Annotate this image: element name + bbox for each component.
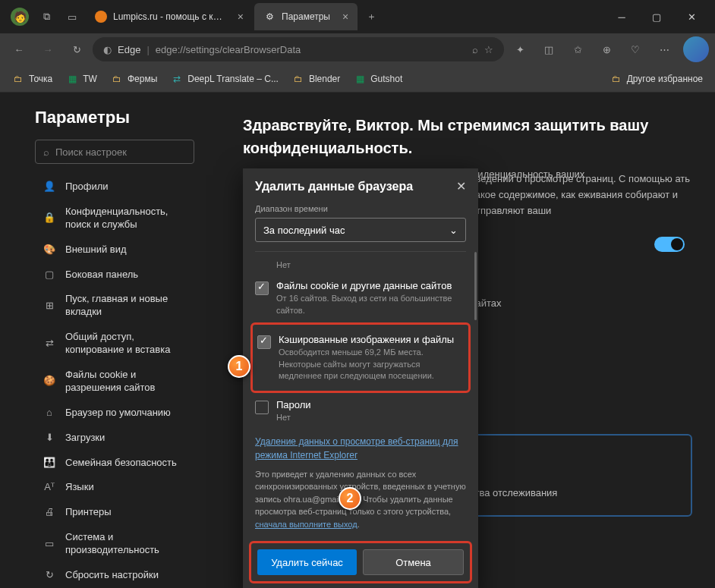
gear-icon: ⚙: [263, 11, 276, 23]
search-icon[interactable]: ⌕: [472, 44, 478, 55]
menu-icon[interactable]: ⋯: [651, 36, 677, 62]
time-range-label: Диапазон времени: [255, 204, 466, 213]
favorite-icon[interactable]: ☆: [484, 44, 493, 55]
nav-icon: 🍪: [43, 375, 56, 388]
sheet-icon: ▦: [66, 73, 78, 85]
option-history[interactable]: Нет: [255, 251, 466, 275]
chevron-down-icon: ⌄: [449, 225, 458, 236]
search-placeholder: Поиск настроек: [55, 146, 127, 158]
marker-2: 2: [339, 487, 361, 510]
checkbox[interactable]: [255, 401, 269, 414]
nav-icon: 👪: [43, 457, 56, 470]
folder-icon: 🗀: [111, 73, 123, 85]
folder-icon: 🗀: [610, 73, 622, 85]
close-icon[interactable]: ×: [238, 11, 244, 23]
copilot-button[interactable]: [683, 36, 709, 62]
sidebar-item[interactable]: ⌂Браузер по умолчанию: [35, 401, 194, 426]
nav-icon: ▢: [43, 269, 56, 281]
new-tab-button[interactable]: ＋: [358, 4, 384, 30]
nav-icon: Аᵀ: [43, 481, 56, 494]
bookmark-item[interactable]: 🗀Фермы: [105, 70, 163, 88]
deepl-icon: ⇄: [171, 73, 183, 85]
search-input[interactable]: ⌕ Поиск настроек: [35, 140, 194, 164]
close-icon[interactable]: ×: [342, 11, 348, 23]
sidebar-item[interactable]: ▭Система и производительность: [35, 525, 194, 563]
bookmark-item[interactable]: ⇄DeepL Translate – С...: [165, 70, 285, 88]
split-icon[interactable]: ◫: [536, 36, 562, 62]
option-cookies[interactable]: Файлы cookie и другие данные сайтовОт 16…: [255, 275, 466, 321]
marker-1: 1: [228, 355, 250, 378]
vertical-tabs-icon[interactable]: ▭: [59, 4, 85, 30]
back-button[interactable]: ←: [6, 36, 32, 62]
highlight-box-2: Удалить сейчас Отмена: [249, 541, 472, 583]
sidebar-item[interactable]: 🔒Конфиденциальность, поиск и службы: [35, 200, 194, 237]
highlight-box-1: Кэшированные изображения и файлыОсвободи…: [250, 322, 471, 393]
sidebar-item[interactable]: ⬇Загрузки: [35, 426, 194, 451]
nav-icon: 🔒: [43, 212, 56, 225]
user-avatar[interactable]: 🧑: [11, 8, 29, 26]
extensions-icon[interactable]: ✦: [507, 36, 533, 62]
sidebar-item[interactable]: 👤Профили: [35, 175, 194, 200]
forward-button: →: [35, 36, 61, 62]
nav-icon: ⬇: [43, 432, 56, 445]
clear-now-button[interactable]: Удалить сейчас: [257, 549, 357, 575]
sidebar-item[interactable]: 🍪Файлы cookie и разрешения сайтов: [35, 363, 194, 401]
tracking-toggle[interactable]: [654, 237, 685, 252]
sheet-icon: ▦: [354, 73, 366, 85]
page-title: Параметры: [35, 108, 194, 127]
sidebar-item[interactable]: ▢Боковая панель: [35, 263, 194, 288]
nav-icon: 🎨: [43, 244, 56, 256]
nav-icon: ⇄: [43, 338, 56, 351]
address-bar[interactable]: ◐ Edge | edge://settings/clearBrowserDat…: [93, 37, 504, 61]
sidebar-item[interactable]: 👪Семейная безопасность: [35, 451, 194, 476]
nav-icon: ⌂: [43, 407, 56, 420]
nav-icon: 👤: [43, 181, 56, 193]
favorites-icon[interactable]: ✩: [565, 36, 591, 62]
bookmark-item[interactable]: ▦Gutshot: [348, 70, 408, 88]
edge-icon: ◐: [103, 44, 112, 55]
browser-essentials-icon[interactable]: ♡: [622, 36, 648, 62]
bookmark-item[interactable]: 🗀Blender: [286, 70, 346, 88]
tab-settings[interactable]: ⚙ Параметры ×: [254, 3, 358, 30]
sidebar-item[interactable]: АᵀЯзыки: [35, 475, 194, 500]
dialog-close-button[interactable]: ✕: [456, 179, 466, 193]
main-heading: Здравствуйте, Виктор. Мы стремимся защит…: [243, 114, 668, 159]
time-range-select[interactable]: За последний час ⌄: [255, 218, 466, 242]
checkbox[interactable]: [257, 335, 271, 349]
nav-icon: ↻: [43, 569, 56, 582]
scrollbar[interactable]: [474, 252, 477, 320]
folder-icon: 🗀: [292, 73, 304, 85]
favicon-lumpics: [95, 11, 107, 23]
close-window-button[interactable]: ✕: [674, 4, 709, 30]
bookmark-item[interactable]: 🗀Точка: [6, 70, 58, 88]
option-cache[interactable]: Кэшированные изображения и файлыОсвободи…: [257, 329, 464, 386]
folder-icon: 🗀: [12, 73, 24, 85]
tracking-blurb: сведений о просмотре страниц. С помощью …: [471, 171, 692, 219]
dialog-title: Удалить данные браузера: [255, 180, 413, 193]
ie-mode-link[interactable]: Удаление данных о просмотре веб-страниц …: [255, 435, 466, 462]
url-text: edge://settings/clearBrowserData: [156, 44, 301, 55]
sidebar-item[interactable]: 🎨Внешний вид: [35, 237, 194, 263]
sidebar-item[interactable]: 🖨Принтеры: [35, 500, 194, 525]
refresh-button[interactable]: ↻: [64, 36, 90, 62]
sidebar-item[interactable]: ↻Сбросить настройки: [35, 563, 194, 588]
search-icon: ⌕: [43, 146, 49, 158]
nav-icon: 🖨: [43, 506, 56, 519]
maximize-button[interactable]: ▢: [639, 4, 674, 30]
collections-icon[interactable]: ⊕: [594, 36, 619, 62]
clear-data-dialog: Удалить данные браузера ✕ Диапазон време…: [243, 168, 478, 588]
signout-link[interactable]: сначала выполните выход: [255, 520, 358, 529]
other-bookmarks[interactable]: 🗀Другое избранное: [604, 70, 709, 88]
workspaces-icon[interactable]: ⧉: [33, 4, 59, 30]
sidebar-item[interactable]: ⊞Пуск, главная и новые вкладки: [35, 287, 194, 325]
nav-icon: ▭: [43, 538, 56, 551]
bookmark-item[interactable]: ▦TW: [60, 70, 103, 88]
checkbox[interactable]: [255, 281, 269, 295]
minimize-button[interactable]: ─: [604, 4, 639, 30]
tab-lumpics[interactable]: Lumpics.ru - помощь с компью... ×: [86, 3, 253, 30]
cancel-button[interactable]: Отмена: [363, 549, 464, 575]
nav-icon: ⊞: [43, 300, 56, 313]
sidebar-item[interactable]: ⇄Общий доступ, копирование и вставка: [35, 325, 194, 363]
option-passwords[interactable]: ПаролиНет: [255, 395, 466, 428]
